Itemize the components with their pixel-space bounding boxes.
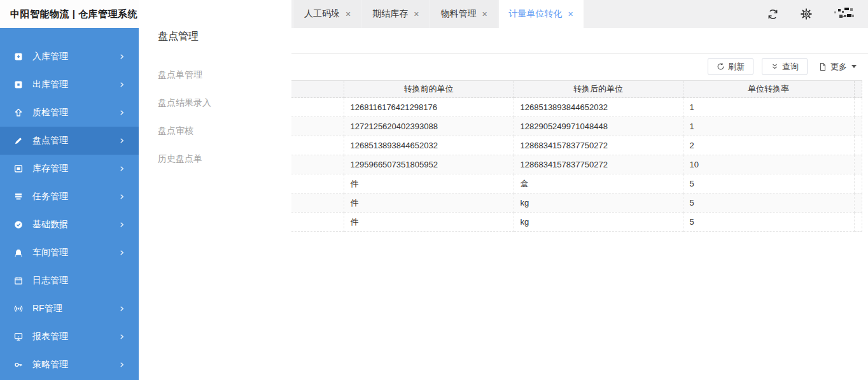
query-button[interactable]: 查询: [762, 58, 808, 75]
main-content: 人工码垛 × 期结库存 × 物料管理 × 计量单位转化 × 刷新 查询: [291, 0, 868, 380]
submenu-title: 盘点管理: [158, 29, 291, 43]
arrow-up-icon: [13, 108, 24, 118]
refresh-button[interactable]: 刷新: [708, 58, 753, 75]
query-button-label: 查询: [782, 61, 799, 73]
close-icon[interactable]: ×: [346, 10, 351, 18]
cell-rate: 5: [683, 213, 854, 232]
cell-empty: [291, 213, 344, 232]
close-icon[interactable]: ×: [482, 10, 487, 18]
table-header-conversion-rate: 单位转换率: [683, 81, 854, 98]
table-row[interactable]: 1272125620402393088 1282905249971048448 …: [291, 117, 862, 136]
submenu-item-result-entry[interactable]: 盘点结果录入: [158, 89, 291, 117]
cell-rate: 5: [683, 194, 854, 213]
sidebar-item-stocktake[interactable]: 盘点管理: [0, 127, 139, 155]
topbar-actions: [767, 0, 855, 28]
chevron-right-icon: [118, 109, 126, 116]
sidebar-item-label: 质检管理: [32, 107, 68, 118]
close-icon[interactable]: ×: [568, 10, 573, 18]
cell-rate: 2: [683, 136, 854, 155]
close-icon[interactable]: ×: [414, 10, 419, 18]
sidebar-item-label: 入库管理: [32, 51, 68, 62]
sidebar-item-label: 库存管理: [32, 163, 68, 174]
pencil-icon: [13, 136, 24, 146]
key-icon: [13, 360, 24, 370]
submenu-list: 盘点单管理 盘点结果录入 盘点审核 历史盘点单: [158, 61, 291, 173]
table-row[interactable]: 1268513893844652032 1286834157837750272 …: [291, 136, 862, 155]
table-row[interactable]: 1268116176421298176 1268513893844652032 …: [291, 98, 862, 117]
secondary-sidebar: 盘点管理 盘点单管理 盘点结果录入 盘点审核 历史盘点单: [139, 0, 291, 380]
table-row[interactable]: 1295966507351805952 1286834157837750272 …: [291, 155, 862, 174]
broken-avatar-icon[interactable]: [834, 6, 855, 22]
sidebar-item-label: 基础数据: [32, 219, 68, 230]
sidebar-item-outbound[interactable]: 出库管理: [0, 71, 139, 99]
cell-empty: [291, 155, 344, 174]
tab-manual-palletizing[interactable]: 人工码垛 ×: [294, 0, 361, 28]
table-header-row: 转换前的单位 转换后的单位 单位转换率: [291, 81, 862, 98]
sidebar-item-strategy[interactable]: 策略管理: [0, 351, 139, 379]
tab-label: 计量单位转化: [509, 8, 563, 20]
cell-unit-before: 1272125620402393088: [344, 117, 514, 136]
submenu-item-audit[interactable]: 盘点审核: [158, 117, 291, 145]
chevron-right-icon: [118, 305, 126, 313]
cell-rate: 1: [683, 117, 854, 136]
chevron-right-icon: [118, 193, 126, 201]
caret-down-icon: [851, 65, 857, 68]
cell-rate: 10: [683, 155, 854, 174]
app-title: 中阳智能物流 | 仓库管理系统: [0, 0, 139, 28]
more-button[interactable]: 更多: [816, 58, 859, 75]
cell-sliver: [854, 155, 862, 174]
monitor-icon: [13, 332, 24, 342]
sidebar-item-quality[interactable]: 质检管理: [0, 99, 139, 127]
rf-signal-icon: [13, 304, 24, 314]
document-icon: [818, 62, 827, 71]
sidebar-item-workshop[interactable]: 车间管理: [0, 239, 139, 267]
cell-unit-before: 1295966507351805952: [344, 155, 514, 174]
cell-unit-after: 1286834157837750272: [514, 136, 683, 155]
cell-unit-after: 1268513893844652032: [514, 98, 683, 117]
outbound-box-icon: [13, 80, 24, 90]
gear-icon[interactable]: [800, 8, 813, 20]
sidebar-item-label: RF管理: [32, 303, 62, 314]
more-button-label: 更多: [830, 61, 847, 73]
tab-material-management[interactable]: 物料管理 ×: [430, 0, 497, 28]
submenu-item-stocktake-order[interactable]: 盘点单管理: [158, 61, 291, 89]
cell-unit-before: 1268513893844652032: [344, 136, 514, 155]
tab-label: 人工码垛: [304, 8, 340, 20]
sidebar-item-inventory[interactable]: 库存管理: [0, 155, 139, 183]
double-chevron-down-icon: [771, 62, 779, 71]
sidebar-item-inbound[interactable]: 入库管理: [0, 43, 139, 71]
conversion-table-wrap: 转换前的单位 转换后的单位 单位转换率 1268116176421298176 …: [291, 80, 868, 232]
chevron-right-icon: [118, 53, 126, 60]
table-row[interactable]: 件 盒 5: [291, 174, 862, 194]
table-row[interactable]: 件 kg 5: [291, 194, 862, 213]
sidebar-item-base-data[interactable]: 基础数据: [0, 211, 139, 239]
main-menu: 入库管理 出库管理 质检管理 盘点管理 库存管理 任务管理: [0, 28, 139, 380]
sidebar-item-label: 任务管理: [32, 191, 68, 202]
cell-unit-after: kg: [514, 213, 683, 232]
sidebar-item-log[interactable]: 日志管理: [0, 267, 139, 295]
sidebar-item-label: 盘点管理: [32, 135, 68, 146]
cell-unit-after: kg: [514, 194, 683, 213]
submenu-item-history[interactable]: 历史盘点单: [158, 145, 291, 173]
calendar-icon: [13, 276, 24, 286]
tab-bar: 人工码垛 × 期结库存 × 物料管理 × 计量单位转化 ×: [291, 0, 868, 28]
cell-unit-before: 件: [344, 194, 514, 213]
table-header-sliver: [854, 81, 862, 98]
sidebar-item-report[interactable]: 报表管理: [0, 323, 139, 351]
cell-unit-after: 1282905249971048448: [514, 117, 683, 136]
refresh-icon[interactable]: [767, 8, 779, 20]
tab-unit-conversion[interactable]: 计量单位转化 ×: [499, 0, 584, 28]
table-header-unit-after: 转换后的单位: [514, 81, 683, 98]
cell-unit-after: 1286834157837750272: [514, 155, 683, 174]
tab-period-inventory[interactable]: 期结库存 ×: [362, 0, 429, 28]
table-row[interactable]: 件 kg 5: [291, 213, 862, 232]
sidebar-item-rf[interactable]: RF管理: [0, 295, 139, 323]
cell-sliver: [854, 136, 862, 155]
sidebar-item-label: 报表管理: [32, 331, 68, 342]
sidebar-item-task[interactable]: 任务管理: [0, 183, 139, 211]
cell-rate: 5: [683, 174, 854, 194]
cell-empty: [291, 136, 344, 155]
cell-empty: [291, 174, 344, 194]
chevron-right-icon: [118, 361, 126, 369]
toolbar: 刷新 查询 更多: [291, 53, 868, 79]
